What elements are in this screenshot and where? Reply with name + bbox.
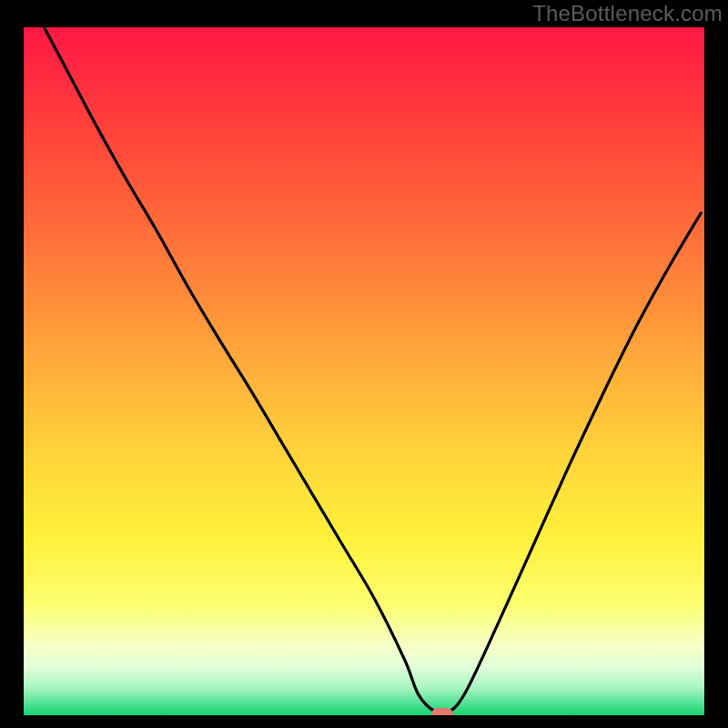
bottleneck-chart: TheBottleneck.com — [0, 0, 728, 728]
chart-frame-bottom — [0, 715, 728, 728]
chart-background — [24, 27, 704, 715]
chart-frame-left — [0, 0, 24, 728]
chart-frame-right — [704, 0, 728, 728]
watermark-label: TheBottleneck.com — [532, 1, 723, 26]
chart-svg — [0, 0, 728, 728]
